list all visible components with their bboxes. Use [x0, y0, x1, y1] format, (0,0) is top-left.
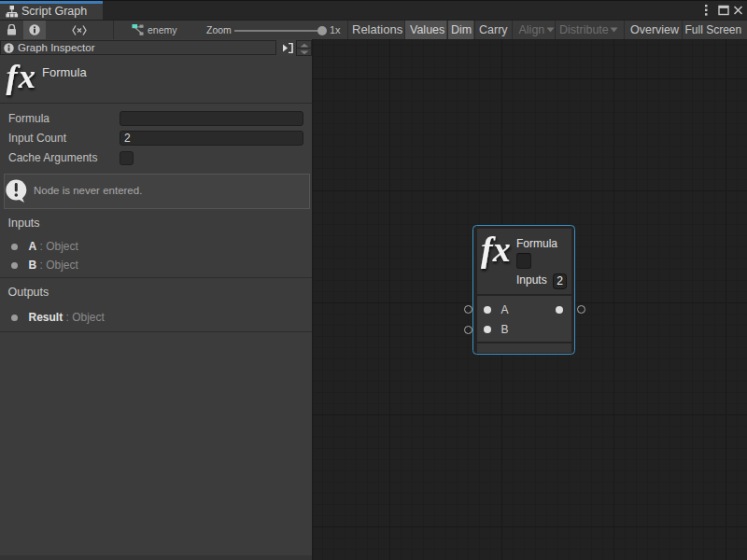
svg-text:fx: fx — [7, 57, 36, 95]
svg-text:fx: fx — [481, 230, 511, 269]
